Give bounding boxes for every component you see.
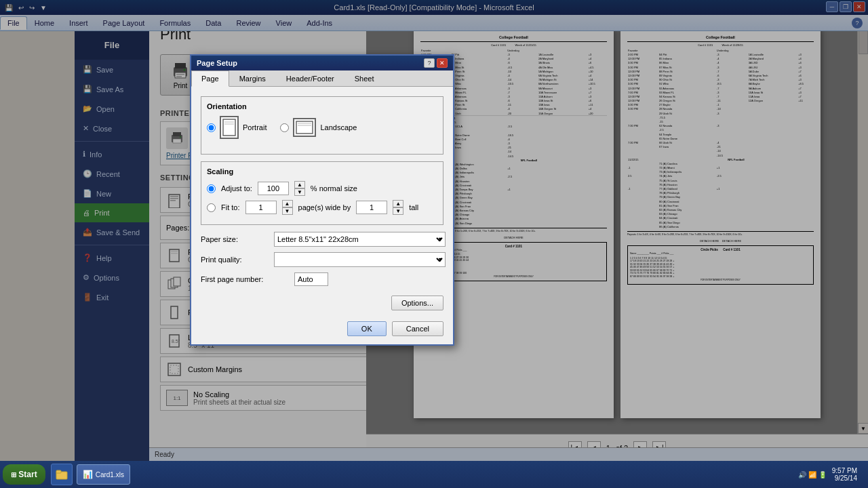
first-page-input[interactable]: [294, 272, 328, 286]
start-button[interactable]: ⊞ Start: [3, 464, 45, 485]
dialog-tabs: Page Margins Header/Footer Sheet: [191, 70, 453, 87]
start-icon: ⊞: [11, 471, 16, 479]
dialog-close-button[interactable]: ✕: [437, 58, 448, 68]
taskbar-apps: 📊 Card1.xls: [77, 464, 793, 485]
print-quality-label: Print quality:: [201, 256, 269, 264]
paper-size-row: Paper size: Letter 8.5"x11" 22x28cm ▼: [201, 232, 443, 247]
landscape-option[interactable]: Landscape: [280, 118, 357, 137]
dialog-tab-headerfooter[interactable]: Header/Footer: [276, 70, 344, 86]
adjust-up[interactable]: ▲: [294, 181, 305, 188]
dialog-title: Page Setup: [197, 59, 237, 67]
dialog-title-bar: Page Setup ? ✕: [191, 56, 453, 70]
fit-tall-input[interactable]: [356, 201, 387, 214]
scaling-section: Scaling Adjust to: ▲ ▼ % normal size Fit…: [201, 161, 443, 225]
print-quality-row: Print quality: ▼: [201, 252, 443, 267]
dialog-tab-sheet[interactable]: Sheet: [344, 70, 384, 86]
fit-label: Fit to:: [221, 203, 240, 211]
tray-icon-2: 📶: [808, 471, 816, 479]
landscape-orient-icon: [293, 118, 316, 137]
adjust-input[interactable]: [258, 182, 289, 195]
first-page-label: First page number:: [201, 275, 289, 283]
cancel-button[interactable]: Cancel: [392, 321, 443, 336]
orientation-row: Portrait Landscape: [207, 116, 437, 139]
adjust-down[interactable]: ▼: [294, 188, 305, 196]
fit-wide-up[interactable]: ▲: [282, 200, 293, 207]
options-button[interactable]: Options...: [391, 296, 443, 310]
fit-wide-spinner: ▲ ▼: [282, 200, 293, 215]
page-setup-dialog: Page Setup ? ✕ Page Margins Header/Foote…: [190, 54, 454, 346]
adjust-row: Adjust to: ▲ ▼ % normal size: [207, 181, 437, 196]
paper-size-select[interactable]: Letter 8.5"x11" 22x28cm: [274, 232, 446, 247]
orientation-section: Orientation Portrait Landscape: [201, 96, 443, 155]
adjust-spinner: ▲ ▼: [294, 181, 305, 196]
tray-icon-3: 🔋: [818, 471, 827, 479]
ok-button[interactable]: OK: [347, 321, 387, 336]
fit-radio[interactable]: [207, 203, 216, 212]
first-page-row: First page number:: [201, 272, 443, 286]
adjust-radio[interactable]: [207, 184, 216, 193]
portrait-option[interactable]: Portrait: [207, 116, 267, 139]
paper-size-label: Paper size:: [201, 235, 269, 243]
scaling-section-label: Scaling: [207, 167, 437, 176]
taskbar-excel-app[interactable]: 📊 Card1.xls: [77, 464, 130, 485]
portrait-radio[interactable]: [207, 123, 216, 132]
dialog-buttons: OK Cancel: [191, 316, 453, 344]
dialog-help-button[interactable]: ?: [424, 58, 435, 68]
tall-label: tall: [409, 203, 418, 211]
svg-rect-32: [56, 470, 61, 473]
excel-icon: 📊: [83, 470, 93, 479]
taskbar: ⊞ Start 📊 Card1.xls 🔊 📶 🔋 9:57 PM 9/25/1…: [0, 461, 868, 488]
fit-tall-down[interactable]: ▼: [393, 207, 403, 215]
system-tray: 🔊 📶 🔋: [798, 471, 827, 479]
fit-tall-spinner: ▲ ▼: [393, 200, 403, 215]
fit-row: Fit to: ▲ ▼ page(s) wide by ▲ ▼ tall: [207, 200, 437, 215]
fit-wide-input[interactable]: [245, 201, 277, 214]
portrait-orient-icon: [220, 116, 239, 139]
portrait-label: Portrait: [243, 123, 267, 131]
dialog-tab-margins[interactable]: Margins: [229, 70, 276, 86]
dialog-tab-page[interactable]: Page: [191, 70, 229, 87]
fit-wide-down[interactable]: ▼: [282, 207, 293, 215]
orientation-label: Orientation: [207, 102, 437, 110]
quality-dropdown-icon: ▼: [437, 256, 443, 263]
tray-icon-1: 🔊: [798, 471, 806, 479]
dialog-controls: ? ✕: [424, 58, 448, 68]
normal-size-label: % normal size: [311, 184, 357, 192]
landscape-label: Landscape: [320, 123, 357, 131]
fit-tall-up[interactable]: ▲: [393, 200, 403, 207]
dialog-content: Orientation Portrait Landscape: [191, 87, 453, 296]
landscape-radio[interactable]: [280, 123, 289, 132]
pages-wide-label: page(s) wide by: [298, 203, 351, 211]
adjust-label: Adjust to:: [221, 184, 252, 192]
options-row: Options...: [191, 296, 453, 313]
system-clock: 9:57 PM 9/25/14: [829, 467, 860, 482]
print-quality-select[interactable]: [274, 252, 446, 267]
taskbar-right: 🔊 📶 🔋 9:57 PM 9/25/14: [793, 467, 865, 482]
paper-dropdown-icon: ▼: [437, 236, 443, 243]
taskbar-folder-icon[interactable]: [51, 464, 73, 485]
